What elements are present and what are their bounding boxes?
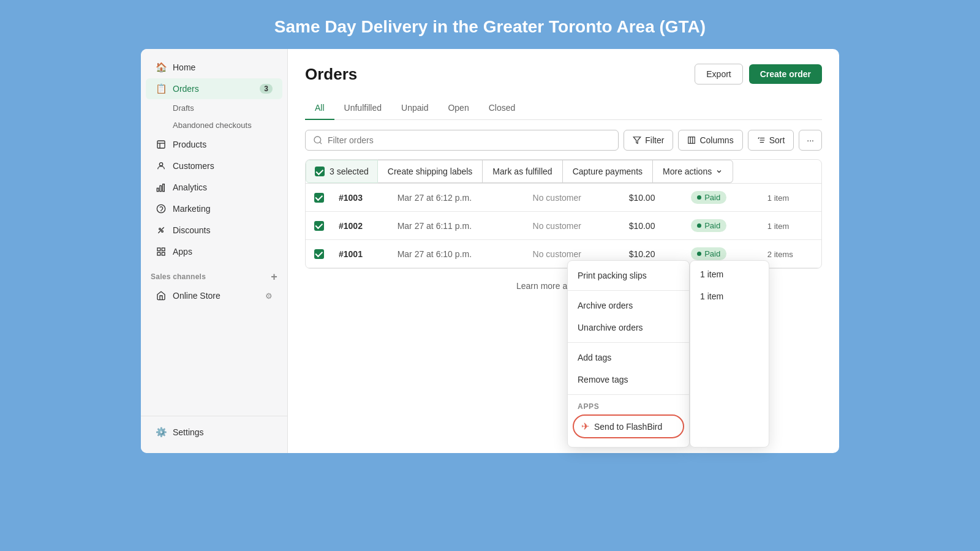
order-date: Mar 27 at 6:12 p.m. (398, 193, 472, 203)
svg-rect-10 (162, 248, 165, 251)
header-actions: Export Create order (695, 64, 822, 84)
discounts-icon (156, 225, 167, 236)
order-items: 2 items (767, 250, 793, 259)
order-checkbox[interactable] (314, 193, 324, 203)
sidebar-item-apps[interactable]: Apps (146, 241, 282, 262)
filter-button[interactable]: Filter (624, 130, 673, 151)
dropdown-menu: Print packing slips Archive orders Unarc… (567, 260, 690, 448)
orders-icon: 📋 (156, 83, 167, 94)
columns-button[interactable]: Columns (678, 130, 742, 151)
table-row[interactable]: #1002 Mar 27 at 6:11 p.m. No customer $1… (306, 212, 821, 240)
orders-table-wrapper: 3 selected Create shipping labels Mark a… (305, 159, 822, 269)
order-amount: $10.00 (629, 193, 655, 203)
banner-title: Same Day Delivery in the Greater Toronto… (0, 17, 980, 37)
banner: Same Day Delivery in the Greater Toronto… (0, 0, 980, 49)
selection-count[interactable]: 3 selected (306, 160, 378, 183)
sort-button[interactable]: Sort (748, 130, 794, 151)
tab-closed[interactable]: Closed (479, 97, 526, 120)
order-items: 1 item (767, 193, 789, 203)
sidebar-footer: ⚙️ Settings (141, 416, 288, 443)
order-number: #1002 (339, 221, 363, 231)
tab-unpaid[interactable]: Unpaid (391, 97, 438, 120)
columns-icon (687, 136, 696, 144)
create-shipping-labels-button[interactable]: Create shipping labels (378, 160, 483, 183)
selection-bar: 3 selected Create shipping labels Mark a… (306, 160, 821, 184)
sidebar-item-label: Products (173, 140, 206, 149)
marketing-icon (156, 203, 167, 214)
apps-section-label: APPS (568, 399, 689, 412)
dropdown-item-unarchive[interactable]: Unarchive orders (568, 317, 689, 339)
capture-payments-button[interactable]: Capture payments (563, 160, 653, 183)
tab-unfulfilled[interactable]: Unfulfilled (334, 97, 391, 120)
create-order-button[interactable]: Create order (749, 64, 822, 84)
sort-icon (757, 136, 766, 144)
sidebar-item-drafts[interactable]: Drafts (146, 100, 282, 116)
dropdown-item-remove-tags[interactable]: Remove tags (568, 369, 689, 391)
svg-point-13 (314, 137, 321, 143)
sub-panel-item-2[interactable]: 1 item (690, 285, 769, 307)
flashbird-icon: ✈ (581, 421, 589, 432)
dropdown-item-send-flashbird[interactable]: ✈ Send to FlashBird (573, 414, 684, 438)
sidebar-item-customers[interactable]: Customers (146, 156, 282, 176)
orders-badge: 3 (260, 84, 273, 94)
table-row[interactable]: #1003 Mar 27 at 6:12 p.m. No customer $1… (306, 184, 821, 212)
add-sales-channel-button[interactable]: + (271, 271, 277, 282)
more-controls-button[interactable]: ··· (799, 130, 822, 151)
tab-open[interactable]: Open (438, 97, 478, 120)
svg-rect-15 (688, 137, 695, 144)
main-header: Orders Export Create order (305, 64, 822, 84)
sidebar: 🏠 Home 📋 Orders 3 Drafts Abandoned check… (141, 49, 288, 453)
select-all-checkbox[interactable] (315, 167, 325, 176)
sidebar-item-label: Analytics (173, 182, 207, 192)
dropdown-item-add-tags[interactable]: Add tags (568, 347, 689, 369)
sub-panel: 1 item 1 item (690, 260, 769, 448)
tab-all[interactable]: All (305, 97, 334, 120)
dropdown-item-archive[interactable]: Archive orders (568, 294, 689, 317)
sidebar-item-products[interactable]: Products (146, 134, 282, 155)
svg-marker-14 (633, 137, 641, 144)
sidebar-item-label: Home (173, 62, 195, 72)
svg-rect-12 (162, 252, 165, 255)
app-container: 🏠 Home 📋 Orders 3 Drafts Abandoned check… (141, 49, 839, 453)
sidebar-item-orders[interactable]: 📋 Orders 3 (146, 78, 282, 99)
order-customer: No customer (533, 221, 581, 231)
svg-point-8 (162, 231, 164, 233)
more-actions-button[interactable]: More actions (653, 160, 733, 183)
customers-icon (156, 160, 167, 171)
analytics-icon (156, 182, 167, 193)
sub-panel-item-1[interactable]: 1 item (690, 263, 769, 285)
svg-rect-4 (163, 184, 165, 192)
sidebar-item-online-store[interactable]: Online Store ⚙ (146, 285, 282, 306)
dropdown-item-print-packing[interactable]: Print packing slips (568, 264, 689, 287)
order-number: #1003 (339, 193, 363, 203)
mark-fulfilled-button[interactable]: Mark as fulfilled (483, 160, 562, 183)
export-button[interactable]: Export (695, 64, 742, 84)
sidebar-item-abandoned[interactable]: Abandoned checkouts (146, 117, 282, 133)
sidebar-item-analytics[interactable]: Analytics (146, 177, 282, 198)
search-icon (313, 135, 323, 145)
svg-point-6 (161, 211, 162, 211)
online-store-settings-icon[interactable]: ⚙ (265, 291, 273, 301)
sidebar-item-marketing[interactable]: Marketing (146, 198, 282, 219)
order-customer: No customer (533, 249, 581, 259)
products-icon (156, 139, 167, 150)
order-checkbox[interactable] (314, 221, 324, 231)
search-box (305, 130, 619, 151)
svg-rect-0 (157, 141, 165, 148)
search-input[interactable] (328, 135, 611, 145)
svg-rect-9 (157, 248, 160, 251)
sidebar-item-settings[interactable]: ⚙️ Settings (146, 422, 283, 443)
sidebar-item-home[interactable]: 🏠 Home (146, 57, 282, 78)
svg-rect-11 (157, 252, 160, 255)
sidebar-item-label: Discounts (173, 225, 210, 235)
svg-point-5 (157, 204, 165, 212)
order-checkbox[interactable] (314, 249, 324, 259)
order-date: Mar 27 at 6:11 p.m. (398, 221, 472, 231)
home-icon: 🏠 (156, 62, 167, 73)
order-amount: $10.00 (629, 221, 655, 231)
sidebar-item-label: Customers (173, 161, 214, 171)
sidebar-item-discounts[interactable]: Discounts (146, 220, 282, 241)
order-date: Mar 27 at 6:10 p.m. (398, 249, 472, 259)
sidebar-sub-label: Abandoned checkouts (173, 121, 252, 130)
chevron-down-icon (715, 168, 723, 175)
